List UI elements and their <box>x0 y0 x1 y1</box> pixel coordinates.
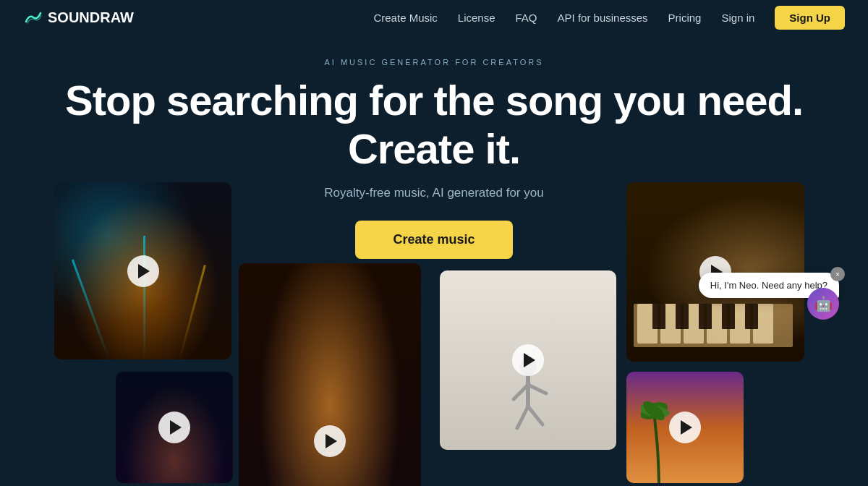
hero-subtitle: Royalty-free music, AI generated for you <box>0 186 868 200</box>
svg-point-19 <box>641 402 671 419</box>
svg-rect-7 <box>637 304 658 344</box>
svg-point-18 <box>641 399 670 422</box>
nav-faq[interactable]: FAQ <box>516 12 537 24</box>
nav-create-music[interactable]: Create Music <box>373 12 437 24</box>
nav-signin[interactable]: Sign in <box>721 12 754 24</box>
svg-rect-8 <box>660 304 681 344</box>
nav-pricing[interactable]: Pricing <box>668 12 702 24</box>
chat-avatar[interactable]: 🤖 <box>807 288 839 320</box>
svg-rect-14 <box>676 304 689 329</box>
svg-rect-6 <box>634 304 793 347</box>
play-button-palm[interactable] <box>669 412 701 443</box>
chat-avatar-icon: 🤖 <box>814 295 833 312</box>
logo[interactable]: SOUNDRAW <box>23 7 134 27</box>
hero-section: AI MUSIC GENERATOR FOR CREATORS Stop sea… <box>0 35 868 288</box>
play-button-dancer[interactable] <box>512 344 544 376</box>
hero-title: Stop searching for the song you need. Cr… <box>0 77 868 173</box>
hero-title-line2: Create it. <box>348 125 520 172</box>
gallery-palm[interactable] <box>626 372 744 483</box>
hero-title-line1: Stop searching for the song you need. <box>65 77 803 124</box>
svg-rect-9 <box>684 304 704 344</box>
svg-rect-12 <box>753 304 773 344</box>
navbar: SOUNDRAW Create Music License FAQ API fo… <box>0 0 868 35</box>
logo-text: SOUNDRAW <box>48 9 134 26</box>
nav-license[interactable]: License <box>458 12 495 24</box>
nav-api[interactable]: API for businesses <box>558 12 648 24</box>
svg-line-5 <box>528 406 542 425</box>
hero-tag: AI MUSIC GENERATOR FOR CREATORS <box>0 58 868 67</box>
chat-message: Hi, I'm Neo. Need any help? <box>710 280 827 291</box>
signup-button[interactable]: Sign Up <box>775 6 845 30</box>
svg-rect-16 <box>722 304 735 329</box>
svg-line-3 <box>528 385 546 393</box>
gallery-disco[interactable] <box>239 263 421 486</box>
svg-rect-17 <box>745 304 758 329</box>
svg-rect-11 <box>730 304 750 344</box>
svg-point-0 <box>519 358 537 375</box>
svg-rect-15 <box>699 304 712 329</box>
svg-line-4 <box>517 406 528 428</box>
gallery-city[interactable] <box>116 372 233 483</box>
chat-close-button[interactable]: × <box>830 267 845 281</box>
nav-links: Create Music License FAQ API for busines… <box>373 6 845 30</box>
svg-point-20 <box>641 398 668 423</box>
play-button-city[interactable] <box>158 412 190 443</box>
svg-rect-13 <box>652 304 665 329</box>
create-music-button[interactable]: Create music <box>355 221 512 259</box>
gallery-dancer[interactable] <box>440 270 616 450</box>
svg-line-2 <box>514 385 528 399</box>
svg-rect-10 <box>707 304 727 344</box>
play-button-disco[interactable] <box>314 425 346 457</box>
